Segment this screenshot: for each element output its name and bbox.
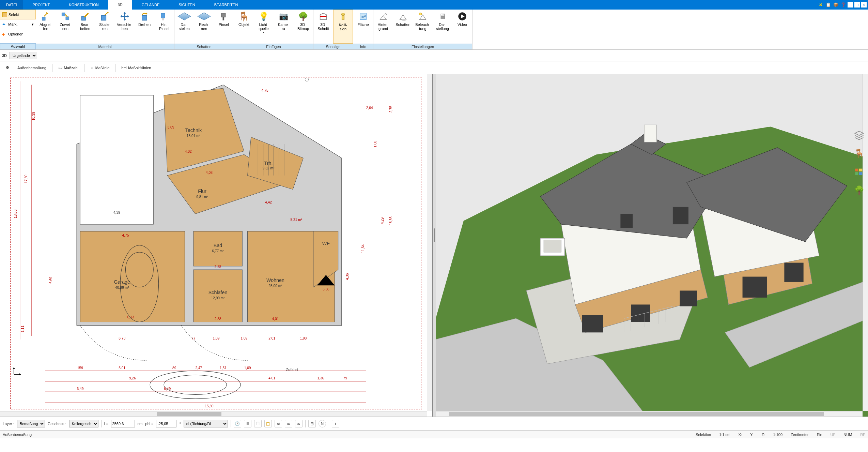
svg-text:89: 89 [172, 366, 176, 370]
close-button[interactable]: × [861, 2, 867, 7]
svg-rect-7 [162, 18, 163, 20]
layers-icon[interactable] [853, 129, 865, 141]
tool-hinpinsel[interactable]: Hin. Pinsel [154, 10, 174, 44]
btn-masshilfslinien[interactable]: ⊦⊣ Maßhilfslinien [118, 64, 155, 72]
btn-masszahl[interactable]: 1.2 Maßzahl [55, 64, 82, 72]
tool-icon[interactable]: ✖ [818, 2, 824, 8]
clock-icon[interactable]: 🕐 [234, 420, 241, 427]
menu-gelaende[interactable]: GELÄNDE [132, 0, 169, 10]
tool-video[interactable]: Video [452, 10, 472, 44]
3d-view-pane[interactable] [436, 74, 868, 417]
tool-verschieben[interactable]: Verschie- ben [115, 10, 135, 44]
clipboard-icon[interactable]: 📋 [825, 2, 831, 8]
menu-3d[interactable]: 3D [108, 0, 132, 10]
h-scrollbar-2d[interactable] [0, 411, 427, 417]
opt-mark[interactable]: ✦Mark.▾ [0, 19, 36, 29]
package-icon[interactable]: 📦 [833, 2, 839, 8]
menu-projekt[interactable]: PROJEKT [23, 0, 60, 10]
tool-abgreifen[interactable]: Abgrei- fen [36, 10, 56, 44]
svg-rect-6 [161, 13, 165, 18]
menu-konstruktion[interactable]: KONSTRUKTION [59, 0, 108, 10]
svg-rect-4 [102, 16, 106, 20]
svg-rect-125 [582, 315, 603, 332]
svg-text:Wohnen: Wohnen [266, 277, 284, 283]
tool-drehen[interactable]: Drehen [135, 10, 154, 44]
terrain-select[interactable]: Urgelände [10, 52, 37, 59]
svg-point-15 [401, 19, 406, 21]
tree-icon: 🌳 [298, 11, 309, 22]
stack-icon[interactable]: ◫ [264, 420, 272, 427]
cube-icon [177, 13, 191, 20]
tool-zuweisen[interactable]: Zuwei- sen [56, 10, 75, 44]
maximize-button[interactable]: □ [854, 2, 860, 7]
l-input[interactable] [111, 420, 135, 427]
palette-icon[interactable] [853, 166, 865, 178]
v-scrollbar-3d[interactable] [863, 74, 868, 411]
north-icon[interactable]: N [319, 420, 326, 427]
h-scrollbar-3d[interactable] [436, 411, 863, 417]
tool-objekt[interactable]: 🪑Objekt [234, 10, 254, 44]
layers4-icon[interactable]: ≋ [295, 420, 303, 427]
tool-bearbeiten[interactable]: Bear- beiten [75, 10, 95, 44]
btn-masslinie[interactable]: ↔ Maßlinie [87, 64, 113, 72]
cube-icon [197, 13, 211, 20]
group-info: m²Fläche Info [353, 10, 373, 49]
svg-rect-37 [80, 231, 185, 322]
svg-text:4,01: 4,01 [268, 376, 275, 380]
help-icon[interactable]: ❓ [840, 2, 846, 8]
svg-text:25,00 m²: 25,00 m² [268, 284, 282, 288]
tool-pinsel[interactable]: Pinsel [214, 10, 234, 44]
menu-bearbeiten[interactable]: BEARBEITEN [205, 0, 248, 10]
svg-rect-8 [221, 13, 226, 17]
svg-text:4,02: 4,02 [185, 150, 192, 153]
cursor-icon [2, 12, 7, 17]
group-schatten-label: Schatten [174, 44, 234, 49]
opt-selekt[interactable]: Selekt [0, 10, 36, 19]
mode-select[interactable]: dl (Richtung/Di [184, 420, 228, 427]
svg-text:4,29: 4,29 [381, 217, 384, 224]
layers2-icon[interactable]: ≋ [275, 420, 282, 427]
svg-rect-128 [743, 277, 767, 298]
svg-rect-2 [66, 17, 69, 20]
menu-sichten[interactable]: SICHTEN [169, 0, 204, 10]
layers3-icon[interactable]: ≋ [285, 420, 292, 427]
floorplan-pane[interactable]: 18,66 17,80 10,39 Technik13,01 m² Flur9,… [0, 74, 433, 417]
group-einfuegen: 🪑Objekt 💡Licht- quelle▾ 📷Kame- ra 🌳3D- B… [234, 10, 313, 49]
tool-hintergrund[interactable]: Hinter- grund [373, 10, 393, 44]
info-icon[interactable]: ⅰ [332, 420, 339, 427]
cubes-icon[interactable]: ❒ [254, 420, 262, 427]
tool-beleuchtung[interactable]: Beleuch- tung [413, 10, 433, 44]
btn-gear[interactable]: ⚙ [2, 64, 13, 72]
menu-datei[interactable]: DATEI [0, 0, 23, 10]
tool-kollision[interactable]: Kolli- sion [333, 10, 353, 44]
plus-icon: + [2, 32, 7, 36]
phi-input[interactable] [156, 420, 176, 427]
svg-rect-133 [544, 240, 561, 252]
tool-skalieren[interactable]: Skalie- ren [95, 10, 115, 44]
opt-optionen[interactable]: +Optionen [0, 29, 36, 39]
pane-divider[interactable] [433, 74, 436, 417]
btn-aussenbemassung[interactable]: Außenbemaßung [14, 64, 50, 72]
chair-side-icon[interactable]: 🪑 [853, 147, 865, 160]
v-scrollbar-2d[interactable] [427, 74, 432, 411]
tool-flaeche[interactable]: m²Fläche [353, 10, 373, 44]
geschoss-select[interactable]: Kellergesch [69, 420, 98, 427]
svg-rect-1 [62, 13, 65, 16]
tool-kamera[interactable]: 📷Kame- ra [274, 10, 293, 44]
tool-rechnen[interactable]: Rech- nen [194, 10, 214, 44]
tool-3dschnitt[interactable]: 3D- Schnitt [313, 10, 333, 44]
tool-darstellen[interactable]: Dar- stellen [174, 10, 194, 44]
tool-lichtquelle[interactable]: 💡Licht- quelle▾ [254, 10, 274, 44]
tool-darstellung[interactable]: 🖥Dar- stellung [433, 10, 452, 44]
svg-text:1,09: 1,09 [244, 366, 251, 370]
grid-icon[interactable]: ⊞ [308, 420, 316, 427]
monitor-icon[interactable]: 🖥 [244, 420, 251, 427]
tool-schatten2[interactable]: Schatten [393, 10, 413, 44]
tree-side-icon[interactable]: 🌳 [853, 184, 865, 196]
layer-select[interactable]: Bemaßung [17, 420, 45, 427]
minimize-button[interactable]: – [848, 2, 853, 7]
tool-3dbitmap[interactable]: 🌳3D- Bitmap [293, 10, 313, 44]
svg-text:2,47: 2,47 [195, 366, 202, 370]
svg-text:1,09: 1,09 [241, 336, 247, 340]
svg-rect-126 [631, 304, 650, 322]
